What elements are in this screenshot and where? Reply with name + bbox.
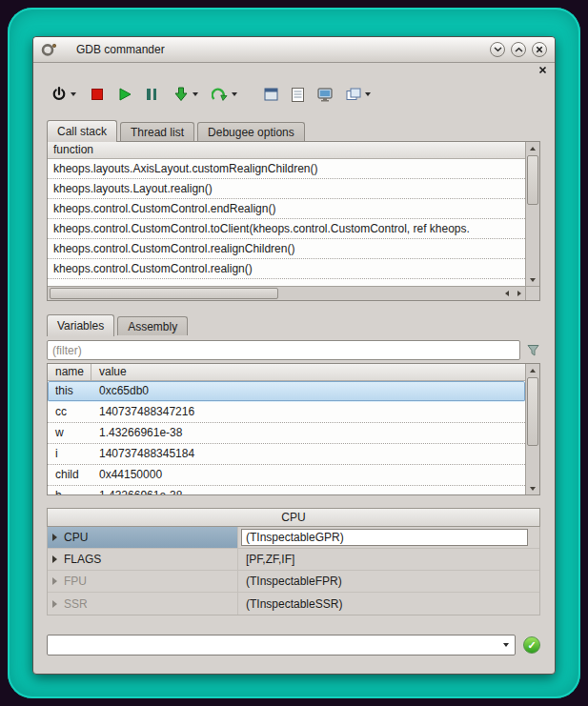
window-title: GDB commander	[76, 43, 165, 56]
expander-icon[interactable]	[52, 577, 57, 585]
windows-dropdown-icon[interactable]	[365, 92, 371, 96]
cpu-row[interactable]: SSR (TInspectableSSR)	[48, 593, 539, 615]
variable-row[interactable]: child 0x44150000	[48, 465, 525, 486]
cpu-row[interactable]: FLAGS [PF,ZF,IF]	[48, 549, 539, 571]
expander-icon[interactable]	[52, 600, 57, 608]
power-button[interactable]	[49, 83, 79, 106]
step-into-dropdown-icon[interactable]	[193, 92, 198, 96]
power-dropdown-icon[interactable]	[71, 92, 76, 96]
variable-row[interactable]: w 1.43266961e-38	[48, 423, 525, 444]
scroll-up-button[interactable]	[526, 142, 539, 154]
combo-dropdown-button[interactable]	[497, 643, 515, 647]
vscroll-thumb[interactable]	[527, 377, 538, 446]
column-header-name[interactable]: name	[48, 364, 91, 380]
dock-header	[33, 63, 555, 77]
scroll-down-button[interactable]	[526, 273, 539, 286]
execute-button[interactable]: ✓	[523, 636, 540, 654]
power-icon	[51, 87, 67, 102]
expander-icon[interactable]	[52, 555, 57, 563]
hscroll-thumb[interactable]	[50, 288, 278, 299]
chevron-down-icon	[494, 47, 502, 52]
vscroll-thumb[interactable]	[527, 155, 538, 205]
column-header-value[interactable]: value	[91, 364, 525, 380]
cpu-inspector: CPU (TInspectableGPR) FLAGS [PF,ZF,IF]	[47, 527, 540, 615]
scroll-down-button[interactable]	[526, 482, 539, 494]
variables-vertical-scrollbar[interactable]	[525, 364, 539, 494]
call-stack-panel: function kheops.layouts.AxisLayout.custo…	[47, 141, 540, 301]
frame-view-button[interactable]	[261, 83, 281, 106]
minimize-button[interactable]	[490, 42, 505, 57]
chevron-down-icon	[503, 643, 509, 647]
variables-header: name value	[48, 364, 525, 381]
scroll-left-button[interactable]	[500, 287, 513, 299]
callstack-row[interactable]: kheops.layouts.Layout.realign()	[48, 179, 525, 199]
step-over-icon	[212, 88, 228, 102]
cpu-value-field[interactable]: (TInspectableGPR)	[241, 529, 528, 546]
windows-icon	[346, 88, 361, 101]
variable-row[interactable]: b 1.43266961e-38	[48, 486, 525, 494]
cpu-row[interactable]: FPU (TInspectableFPR)	[48, 571, 539, 593]
command-row: ✓	[47, 635, 540, 656]
stop-icon	[91, 89, 103, 100]
cpu-row[interactable]: CPU (TInspectableGPR)	[48, 527, 539, 549]
close-button[interactable]	[532, 42, 547, 57]
list-view-button[interactable]	[289, 83, 307, 106]
scrollbar-corner	[526, 286, 539, 300]
command-input[interactable]	[48, 636, 497, 654]
titlebar: GDB commander	[33, 37, 555, 63]
callstack-list: kheops.layouts.AxisLayout.customRealignC…	[48, 159, 525, 286]
pause-button[interactable]	[144, 83, 159, 106]
step-into-button[interactable]	[171, 83, 201, 106]
callstack-horizontal-scrollbar[interactable]	[48, 286, 525, 300]
step-into-icon	[173, 87, 189, 102]
command-combobox[interactable]	[47, 635, 516, 656]
tab-thread-list[interactable]: Thread list	[120, 122, 194, 141]
tab-assembly[interactable]: Assembly	[117, 316, 188, 335]
callstack-column-header[interactable]: function	[48, 142, 525, 159]
monitor-button[interactable]	[314, 83, 335, 106]
app-icon	[41, 42, 57, 57]
pause-icon	[147, 89, 156, 100]
list-view-icon	[292, 88, 304, 102]
debugger-toolbar	[33, 77, 555, 111]
tab-variables[interactable]: Variables	[47, 314, 114, 336]
monitor-icon	[317, 88, 333, 102]
gdb-commander-window: GDB commander	[32, 36, 556, 675]
callstack-tabbar: Call stack Thread list Debugee options	[47, 120, 540, 141]
filter-icon[interactable]	[525, 344, 540, 356]
maximize-button[interactable]	[511, 42, 526, 57]
filter-input[interactable]	[47, 340, 520, 360]
callstack-row[interactable]: kheops.control.CustomControl.realign()	[48, 259, 525, 279]
variables-tabbar: Variables Assembly	[47, 314, 540, 335]
callstack-row[interactable]: kheops.control.CustomControl.toClient(kh…	[48, 219, 525, 239]
cpu-panel-header: CPU	[47, 508, 540, 527]
step-over-button[interactable]	[209, 83, 240, 106]
chevron-up-icon	[515, 47, 523, 52]
scroll-right-button[interactable]	[513, 287, 525, 299]
scroll-up-button[interactable]	[526, 364, 539, 376]
frame-view-icon	[264, 88, 278, 101]
expander-icon[interactable]	[52, 534, 57, 541]
run-button[interactable]	[115, 83, 134, 106]
callstack-row[interactable]: kheops.control.CustomControl.endRealign(…	[48, 199, 525, 219]
close-icon	[536, 46, 543, 53]
run-icon	[118, 88, 132, 101]
dock-content: Call stack Thread list Debugee options f…	[33, 111, 555, 674]
tab-call-stack[interactable]: Call stack	[47, 120, 117, 142]
callstack-vertical-scrollbar[interactable]	[525, 142, 539, 300]
variable-row[interactable]: cc 140737488347216	[48, 402, 525, 423]
variable-row[interactable]: this 0xc65db0	[48, 381, 525, 402]
variable-row[interactable]: i 140737488345184	[48, 444, 525, 465]
windows-button[interactable]	[343, 83, 374, 106]
dock-close-icon	[538, 66, 547, 74]
filter-row	[47, 340, 540, 360]
callstack-row[interactable]: kheops.control.CustomControl.realignChil…	[48, 239, 525, 259]
stop-button[interactable]	[89, 83, 106, 106]
callstack-row[interactable]: kheops.layouts.AxisLayout.customRealignC…	[48, 159, 525, 179]
screenshot-frame: GDB commander	[8, 8, 580, 698]
dock-close-button[interactable]	[537, 64, 549, 76]
tab-debugee-options[interactable]: Debugee options	[197, 122, 305, 141]
variables-panel: name value this 0xc65db0 cc 140737488347…	[47, 363, 540, 495]
step-over-dropdown-icon[interactable]	[232, 92, 237, 96]
